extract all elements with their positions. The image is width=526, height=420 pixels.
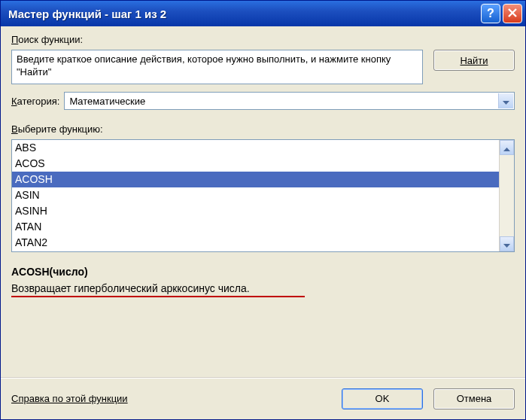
search-row: Введите краткое описание действия, котор…	[11, 50, 515, 84]
list-item[interactable]: ATAN2	[12, 235, 499, 251]
chevron-down-icon	[503, 96, 509, 107]
list-item[interactable]: ASIN	[12, 187, 499, 203]
function-signature: ACOSH(число)	[11, 266, 515, 278]
titlebar-help-button[interactable]: ?	[481, 4, 500, 23]
search-label: Поиск функции:	[11, 34, 515, 45]
help-link[interactable]: Справка по этой функции	[11, 393, 331, 404]
cancel-button[interactable]: Отмена	[433, 388, 515, 409]
category-selected-value: Математические	[69, 96, 145, 107]
find-button-label: Найти	[460, 55, 488, 66]
category-row: Категория: Математические	[11, 92, 515, 110]
emphasis-underline	[11, 296, 305, 297]
function-wizard-dialog: Мастер функций - шаг 1 из 2 ? Поиск функ…	[0, 0, 526, 420]
category-label: Категория:	[11, 96, 59, 107]
chevron-up-icon	[503, 142, 510, 154]
category-combo[interactable]: Математические	[64, 92, 515, 110]
close-icon	[508, 7, 517, 20]
scrollbar[interactable]	[499, 140, 514, 251]
ok-button[interactable]: OK	[342, 388, 423, 409]
category-dropdown-button[interactable]	[498, 93, 513, 108]
list-item[interactable]: ACOS	[12, 156, 499, 172]
scrollbar-track[interactable]	[500, 155, 514, 236]
dialog-footer: Справка по этой функции OK Отмена	[1, 377, 525, 419]
select-function-label: Выберите функцию:	[11, 123, 515, 135]
window-title: Мастер функций - шаг 1 из 2	[8, 8, 479, 20]
function-description: Возвращает гиперболический арккосинус чи…	[11, 282, 515, 294]
list-item[interactable]: ATAN	[12, 219, 499, 235]
chevron-down-icon	[503, 239, 510, 250]
list-item[interactable]: ABS	[12, 140, 499, 156]
scroll-up-button[interactable]	[500, 140, 514, 155]
function-listbox[interactable]: ABSACOSACOSHASINASINHATANATAN2	[11, 139, 515, 252]
titlebar-close-button[interactable]	[503, 4, 522, 23]
client-area: Поиск функции: Введите краткое описание …	[1, 26, 525, 377]
list-item[interactable]: ACOSH	[12, 172, 499, 187]
scroll-down-button[interactable]	[500, 236, 514, 251]
help-icon: ?	[487, 7, 494, 20]
find-button[interactable]: Найти	[433, 50, 515, 71]
titlebar[interactable]: Мастер функций - шаг 1 из 2 ?	[1, 1, 525, 26]
search-input[interactable]: Введите краткое описание действия, котор…	[11, 50, 423, 84]
list-item[interactable]: ASINH	[12, 203, 499, 219]
